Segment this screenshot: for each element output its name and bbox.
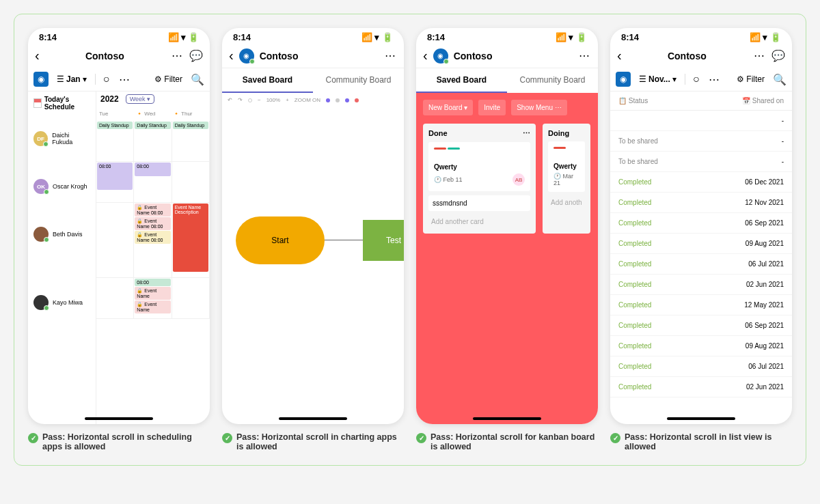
date-cell: 06 Dec 2021 [745,178,784,186]
tab-saved[interactable]: Saved Board [416,68,507,93]
chart-canvas[interactable]: Start Test [222,135,404,339]
kanban-card[interactable]: sssmdnsnd [428,195,530,211]
back-icon[interactable]: ‹ [35,48,40,64]
node-start[interactable]: Start [236,216,325,264]
list-row[interactable]: Completed06 Jul 2021 [610,356,792,377]
more-icon-2[interactable]: ⋯ [707,72,721,86]
person-row[interactable]: Beth Davis [28,210,96,258]
more-icon[interactable]: ⋯ [383,49,397,63]
list-row[interactable]: Completed02 Jun 2021 [610,275,792,295]
back-icon[interactable]: ‹ [617,48,622,64]
add-card-button[interactable]: Add anoth [548,196,585,209]
event[interactable]: 🔒 Event Name 08:00 [135,217,170,230]
date-cell: 02 Jun 2021 [746,281,784,288]
event[interactable]: 08:00 [135,163,170,176]
more-icon[interactable]: ⋯ [577,49,591,63]
event[interactable]: 08:00 [97,163,133,190]
date-cell: 06 Jul 2021 [748,363,784,370]
app-header: ‹ Contoso ⋯ 💬 [28,44,210,68]
home-indicator[interactable] [85,417,153,420]
node-test[interactable]: Test [363,220,404,261]
list-row[interactable]: Completed06 Jul 2021 [610,254,792,275]
person-row[interactable]: OKOscar Krogh [28,163,96,210]
date-cell: - [782,117,784,124]
list-row[interactable]: Completed06 Dec 2021 [610,172,792,193]
zoom-in-icon[interactable]: + [286,97,289,103]
list-row[interactable]: Completed09 Aug 2021 [610,234,792,254]
week-button[interactable]: Week ▾ [126,94,154,104]
list-row[interactable]: Completed06 Sep 2021 [610,316,792,336]
kanban-column-done: Done⋯ Qwerty 🕐 Feb 11AB sssmdnsnd Add an… [423,124,536,234]
color-dot[interactable] [355,98,359,102]
app-icon[interactable]: ◉ [33,72,49,87]
card-title: Qwerty [434,163,525,171]
status-cell: Completed [618,342,651,350]
search-icon[interactable]: 🔍 [191,72,204,86]
app-icon[interactable]: ◉ [616,72,631,87]
person-row[interactable]: DFDaichi Fukuda [28,115,96,163]
more-icon[interactable]: ⋯ [752,49,766,63]
event[interactable]: 🔒 Event Name 08:00 [135,204,170,216]
zoom-on-label: ZOOM ON [295,97,320,103]
date-cell: 06 Sep 2021 [745,219,784,227]
event[interactable]: 🔒 Event Name [135,300,170,313]
date-cell: 06 Jul 2021 [748,260,784,268]
event[interactable]: Daily Standup [135,122,170,129]
list-row[interactable]: Completed12 Nov 2021 [610,193,792,213]
tab-saved[interactable]: Saved Board [222,68,313,93]
search-icon[interactable]: 🔍 [773,72,787,86]
list-row[interactable]: Completed02 Jun 2021 [610,377,792,397]
color-dot[interactable] [326,98,330,102]
year-label: 2022 [100,94,119,104]
signal-icon: 📶 [168,32,179,42]
month-picker[interactable]: ☰ Nov... ▾ [635,72,681,86]
more-icon-2[interactable]: ⋯ [118,72,131,86]
filter-button[interactable]: ⚙ Filter [733,72,769,86]
status-bar: 8:14 📶 ▾ 🔋 [28,28,210,44]
zoom-pct: 100% [266,97,280,103]
status-cell: Completed [618,363,651,370]
tab-community[interactable]: Community Board [507,68,598,93]
new-board-button[interactable]: New Board ▾ [423,100,473,115]
kanban-card[interactable]: Qwerty 🕐 Mar 21 [548,141,585,192]
undo-icon[interactable]: ↶ [228,97,232,103]
color-dot[interactable] [345,98,349,102]
chat-icon[interactable]: 💬 [189,49,203,63]
list-body[interactable]: 📋 Status 📅 Shared on -To be shared-To be… [610,92,792,424]
event[interactable]: Daily Standup [173,122,208,129]
circle-icon[interactable]: ○ [689,72,703,86]
filter-button[interactable]: ⚙ Filter [150,72,187,86]
list-row[interactable]: To be shared- [610,152,792,172]
person-row[interactable]: Kayo Miwa [28,279,96,326]
event[interactable]: Event NameDescription [173,204,208,272]
more-icon[interactable]: ⋯ [170,49,184,63]
kanban-card[interactable]: Qwerty 🕐 Feb 11AB [428,142,530,191]
chat-icon[interactable]: 💬 [771,49,785,63]
avatar: DF [33,131,48,146]
event[interactable]: 🔒 Event Name 08:00 [135,231,170,244]
list-row[interactable]: - [610,111,792,131]
tab-community[interactable]: Community Board [313,68,404,93]
chart-toolbar: ↶ ↷ − 100% + ZOOM ON [222,93,404,107]
circle-icon[interactable]: ○ [100,72,113,86]
redo-icon[interactable]: ↷ [238,97,243,103]
event[interactable]: 08:00 [135,279,170,286]
back-icon[interactable]: ‹ [229,48,234,64]
tool-icon[interactable] [248,98,252,102]
month-picker[interactable]: ☰ Jan ▾ [53,72,91,86]
column-menu-icon[interactable]: ⋯ [523,129,530,138]
show-menu-button[interactable]: Show Menu ⋯ [511,100,567,115]
add-card-button[interactable]: Add another card [428,215,530,228]
invite-button[interactable]: Invite [478,100,506,115]
list-row[interactable]: Completed06 Sep 2021 [610,213,792,234]
zoom-out-icon[interactable]: − [258,97,261,103]
event[interactable]: Daily Standup [97,122,133,129]
list-row[interactable]: Completed12 May 2021 [610,295,792,316]
color-dot[interactable] [336,98,340,102]
list-row[interactable]: Completed09 Aug 2021 [610,336,792,356]
back-icon[interactable]: ‹ [423,48,428,64]
person-name: Daichi Fukuda [52,132,90,145]
list-row[interactable]: To be shared- [610,131,792,152]
date-cell: 12 May 2021 [744,301,784,309]
event[interactable]: 🔒 Event Name [135,287,170,300]
